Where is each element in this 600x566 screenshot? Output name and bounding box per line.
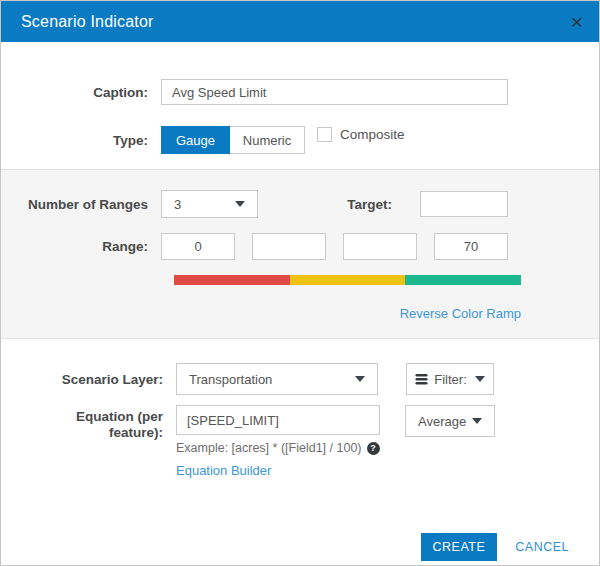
equation-example-line: Example: [acres] * ([Field1] / 100) ? [176,441,380,455]
ramp-segment-red [174,275,290,285]
number-of-ranges-value: 3 [174,197,181,212]
layer-equation-section: Scenario Layer: Transportation Filter: [1,339,599,479]
number-of-ranges-dropdown[interactable]: 3 [161,190,258,218]
range-input-1[interactable] [161,233,235,260]
type-row: Type: Gauge Numeric Composite [1,126,599,154]
chevron-down-icon [472,418,482,424]
equation-builder-link[interactable]: Equation Builder [176,463,271,478]
scenario-indicator-dialog: Scenario Indicator × Caption: Type: Gaug… [0,0,600,566]
equation-example-text: Example: [acres] * ([Field1] / 100) [176,441,362,455]
equation-label: Equation (per feature): [51,405,163,440]
scenario-layer-dropdown[interactable]: Transportation [176,363,378,395]
aggregation-dropdown[interactable]: Average [405,405,495,437]
scenario-layer-row: Scenario Layer: Transportation Filter: [1,363,599,395]
composite-label: Composite [340,127,405,142]
caption-label: Caption: [1,85,161,100]
equation-input[interactable] [176,405,380,435]
equation-row: Equation (per feature): Example: [acres]… [1,405,599,479]
layers-icon [415,373,428,386]
ramp-segment-yellow [290,275,406,285]
range-input-2[interactable] [252,233,326,260]
color-ramp [174,275,521,285]
type-numeric-button[interactable]: Numeric [230,126,305,154]
equation-builder-row: Equation Builder [176,461,380,479]
target-label: Target: [258,197,420,212]
equation-label-col: Equation (per feature): [1,405,176,440]
ranges-panel: Number of Ranges 3 Target: Range: [1,169,599,339]
caption-row: Caption: [1,79,599,105]
chevron-down-icon [235,201,245,207]
dialog-footer: CREATE CANCEL [1,533,599,561]
cancel-button[interactable]: CANCEL [515,540,569,554]
range-input-3[interactable] [343,233,417,260]
filter-label: Filter: [434,372,467,387]
range-row: Range: [1,233,599,260]
scenario-layer-value: Transportation [189,372,272,387]
reverse-color-ramp-row: Reverse Color Ramp [174,304,521,322]
number-of-ranges-row: Number of Ranges 3 Target: [1,190,599,218]
composite-checkbox[interactable] [317,127,332,142]
reverse-color-ramp-link[interactable]: Reverse Color Ramp [400,306,521,321]
dialog-header: Scenario Indicator × [1,1,599,42]
equation-input-group: Example: [acres] * ([Field1] / 100) ? Eq… [176,405,380,479]
close-icon[interactable]: × [571,12,583,32]
caption-input[interactable] [161,79,508,105]
type-gauge-button[interactable]: Gauge [161,126,230,154]
range-label: Range: [1,239,161,254]
create-button[interactable]: CREATE [421,533,498,561]
scenario-layer-label: Scenario Layer: [1,372,176,387]
type-label: Type: [1,133,161,148]
chevron-down-icon [475,376,485,382]
range-input-4[interactable] [434,233,508,260]
general-section: Caption: Type: Gauge Numeric Composite [1,42,599,154]
filter-button[interactable]: Filter: [406,363,494,395]
dialog-title: Scenario Indicator [21,13,154,31]
target-input[interactable] [420,191,508,217]
chevron-down-icon [355,376,365,382]
aggregation-value: Average [418,414,466,429]
number-of-ranges-label: Number of Ranges [1,197,161,212]
ramp-segment-green [405,275,521,285]
composite-option: Composite [317,127,405,142]
help-icon[interactable]: ? [367,442,380,455]
